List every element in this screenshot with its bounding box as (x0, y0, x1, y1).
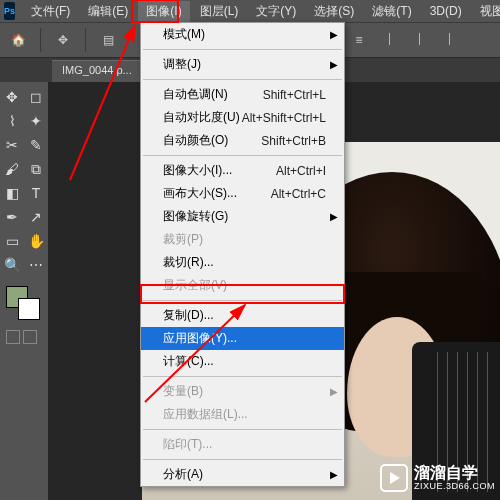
marquee-tool-icon[interactable]: ◻ (25, 86, 47, 108)
mode-icon[interactable] (23, 330, 37, 344)
more-tool-icon[interactable]: ⋯ (25, 254, 47, 276)
align-icon[interactable]: ⏐ (377, 28, 401, 52)
play-icon (380, 464, 408, 492)
separator (143, 300, 342, 301)
shape-tool-icon[interactable]: ▭ (1, 230, 23, 252)
separator (143, 49, 342, 50)
watermark: 溜溜自学 ZIXUE.3D66.COM (380, 464, 495, 492)
type-tool-icon[interactable]: T (25, 182, 47, 204)
separator (143, 79, 342, 80)
menu-apply-data-set: 应用数据组(L)... (141, 403, 344, 426)
stamp-tool-icon[interactable]: ⧉ (25, 158, 47, 180)
lasso-tool-icon[interactable]: ⌇ (1, 110, 23, 132)
menu-trim[interactable]: 裁切(R)... (141, 251, 344, 274)
separator (143, 376, 342, 377)
align-icon[interactable]: ⏐ (437, 28, 461, 52)
menu-3d[interactable]: 3D(D) (422, 2, 470, 20)
menubar: Ps 文件(F) 编辑(E) 图像(I) 图层(L) 文字(Y) 选择(S) 滤… (0, 0, 500, 22)
menu-adjustments[interactable]: 调整(J)▶ (141, 53, 344, 76)
menu-apply-image[interactable]: 应用图像(Y)... (141, 327, 344, 350)
menu-trap: 陷印(T)... (141, 433, 344, 456)
menu-canvas-size[interactable]: 画布大小(S)...Alt+Ctrl+C (141, 182, 344, 205)
layers-icon[interactable]: ▤ (96, 28, 120, 52)
eyedropper-tool-icon[interactable]: ✎ (25, 134, 47, 156)
menu-layer[interactable]: 图层(L) (192, 1, 247, 22)
background-swatch[interactable] (18, 298, 40, 320)
menu-mode[interactable]: 模式(M)▶ (141, 23, 344, 46)
menu-crop: 裁剪(P) (141, 228, 344, 251)
document-tab[interactable]: IMG_0044.p... (52, 60, 142, 82)
menu-filter[interactable]: 滤镜(T) (364, 1, 419, 22)
align-icon[interactable]: ≡ (347, 28, 371, 52)
menu-auto-color[interactable]: 自动颜色(O)Shift+Ctrl+B (141, 129, 344, 152)
menu-calculations[interactable]: 计算(C)... (141, 350, 344, 373)
image-menu-dropdown: 模式(M)▶ 调整(J)▶ 自动色调(N)Shift+Ctrl+L 自动对比度(… (140, 22, 345, 487)
chevron-right-icon: ▶ (330, 386, 338, 397)
watermark-title: 溜溜自学 (414, 464, 495, 482)
menu-analysis[interactable]: 分析(A)▶ (141, 463, 344, 486)
chevron-right-icon: ▶ (330, 469, 338, 480)
separator (40, 28, 41, 52)
menu-type[interactable]: 文字(Y) (248, 1, 304, 22)
menu-edit[interactable]: 编辑(E) (80, 1, 136, 22)
separator (143, 155, 342, 156)
menu-image-size[interactable]: 图像大小(I)...Alt+Ctrl+I (141, 159, 344, 182)
pen-tool-icon[interactable]: ✒ (1, 206, 23, 228)
menu-image-rotation[interactable]: 图像旋转(G)▶ (141, 205, 344, 228)
crop-tool-icon[interactable]: ✂ (1, 134, 23, 156)
chevron-right-icon: ▶ (330, 211, 338, 222)
menu-duplicate[interactable]: 复制(D)... (141, 304, 344, 327)
quick-mask-icons (0, 330, 48, 344)
separator (143, 429, 342, 430)
align-icon[interactable]: ⏐ (407, 28, 431, 52)
menu-file[interactable]: 文件(F) (23, 1, 78, 22)
menu-auto-contrast[interactable]: 自动对比度(U)Alt+Shift+Ctrl+L (141, 106, 344, 129)
menu-select[interactable]: 选择(S) (306, 1, 362, 22)
separator (143, 459, 342, 460)
move-tool-icon[interactable]: ✥ (1, 86, 23, 108)
color-swatches[interactable] (4, 284, 44, 320)
chevron-right-icon: ▶ (330, 59, 338, 70)
move-tool-icon[interactable]: ✥ (51, 28, 75, 52)
wand-tool-icon[interactable]: ✦ (25, 110, 47, 132)
menu-auto-tone[interactable]: 自动色调(N)Shift+Ctrl+L (141, 83, 344, 106)
watermark-url: ZIXUE.3D66.COM (414, 482, 495, 492)
separator (85, 28, 86, 52)
menu-image[interactable]: 图像(I) (138, 1, 189, 22)
menu-view[interactable]: 视图(V) (472, 1, 500, 22)
toolbox: ✥ ◻ ⌇ ✦ ✂ ✎ 🖌 ⧉ ◧ T ✒ ↗ ▭ ✋ 🔍 ⋯ (0, 82, 48, 500)
zoom-tool-icon[interactable]: 🔍 (1, 254, 23, 276)
mode-icon[interactable] (6, 330, 20, 344)
menu-reveal-all: 显示全部(V) (141, 274, 344, 297)
brush-tool-icon[interactable]: 🖌 (1, 158, 23, 180)
menu-variables: 变量(B)▶ (141, 380, 344, 403)
eraser-tool-icon[interactable]: ◧ (1, 182, 23, 204)
hand-tool-icon[interactable]: ✋ (25, 230, 47, 252)
home-icon[interactable]: 🏠 (6, 28, 30, 52)
app-logo: Ps (4, 2, 15, 20)
chevron-right-icon: ▶ (330, 29, 338, 40)
path-tool-icon[interactable]: ↗ (25, 206, 47, 228)
